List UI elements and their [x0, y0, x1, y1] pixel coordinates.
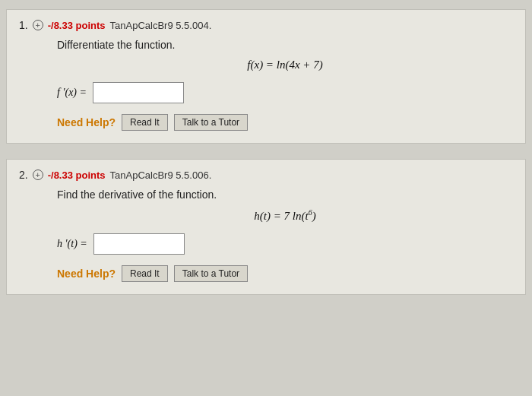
question-block-2: 2. + -/8.33 points TanApCalcBr9 5.5.006.…: [6, 159, 526, 295]
question-header-2: 2. + -/8.33 points TanApCalcBr9 5.5.006.: [19, 169, 513, 181]
answer-label-1: f ′(x) =: [57, 87, 87, 99]
points-label-1: -/8.33 points: [48, 20, 106, 31]
points-label-2: -/8.33 points: [48, 169, 106, 181]
answer-label-2: h ′(t) =: [57, 238, 87, 250]
question-number-1: 1.: [19, 19, 28, 31]
reference-label-1: TanApCalcBr9 5.5.004.: [110, 20, 212, 31]
question-body-2: Find the derivative of the function. h(t…: [19, 188, 513, 282]
answer-row-1: f ′(x) =: [57, 82, 513, 103]
answer-input-2[interactable]: [93, 233, 185, 255]
answer-input-1[interactable]: [93, 82, 184, 103]
read-it-button-2[interactable]: Read It: [122, 265, 168, 282]
instruction-text-1: Differentiate the function.: [57, 39, 513, 51]
talk-to-tutor-button-1[interactable]: Talk to a Tutor: [174, 114, 248, 131]
expand-icon-1[interactable]: +: [33, 20, 43, 30]
need-help-label-1: Need Help?: [57, 116, 116, 128]
answer-row-2: h ′(t) =: [57, 233, 513, 255]
help-row-2: Need Help? Read It Talk to a Tutor: [57, 265, 513, 282]
need-help-label-2: Need Help?: [57, 268, 116, 280]
page-container: 1. + -/8.33 points TanApCalcBr9 5.5.004.…: [0, 0, 532, 396]
function-display-1: f(x) = ln(4x + 7): [57, 59, 513, 71]
separator: [0, 147, 532, 156]
talk-to-tutor-button-2[interactable]: Talk to a Tutor: [174, 265, 248, 282]
question-block-1: 1. + -/8.33 points TanApCalcBr9 5.5.004.…: [6, 9, 526, 144]
function-display-2: h(t) = 7 ln(t6): [57, 208, 513, 223]
reference-label-2: TanApCalcBr9 5.5.006.: [110, 169, 212, 181]
question-header-1: 1. + -/8.33 points TanApCalcBr9 5.5.004.: [19, 19, 513, 31]
instruction-text-2: Find the derivative of the function.: [57, 188, 513, 201]
question-number-2: 2.: [19, 169, 28, 181]
question-body-1: Differentiate the function. f(x) = ln(4x…: [19, 39, 513, 131]
read-it-button-1[interactable]: Read It: [122, 114, 168, 131]
help-row-1: Need Help? Read It Talk to a Tutor: [57, 114, 513, 131]
expand-icon-2[interactable]: +: [33, 169, 43, 180]
